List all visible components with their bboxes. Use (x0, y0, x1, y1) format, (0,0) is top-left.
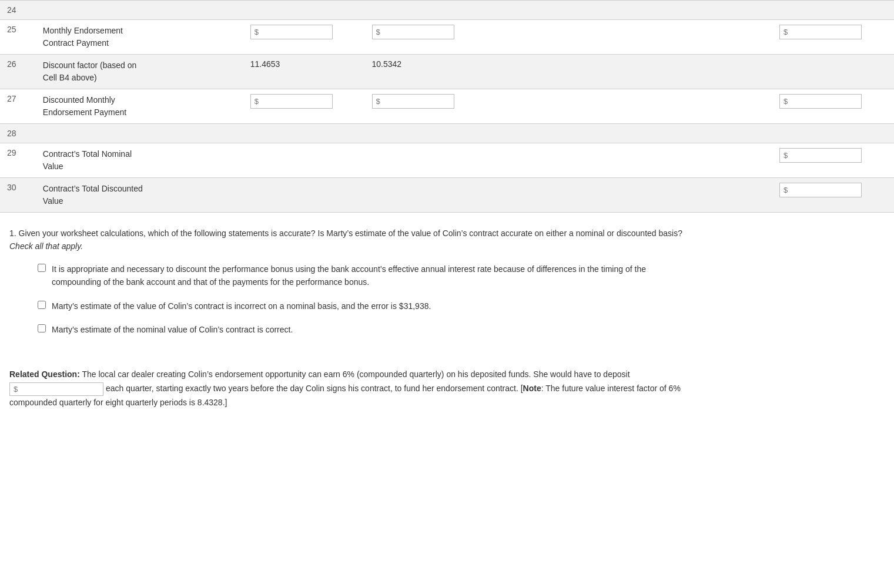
table-row: 24 (0, 1, 894, 20)
spacer-cell (486, 89, 772, 124)
row-label-line1: Contract’s Total Discounted (43, 184, 143, 193)
row-label: Discount factor (based on Cell B4 above) (36, 55, 243, 89)
row-col2-empty (365, 178, 487, 213)
table-row: 26 Discount factor (based on Cell B4 abo… (0, 55, 894, 89)
row-label-line2: Endorsement Payment (43, 107, 126, 117)
row-number: 28 (0, 124, 36, 143)
table-row: 25 Monthly Endorsement Contract Payment (0, 20, 894, 55)
row-label-line2: Value (43, 196, 63, 206)
row-number: 26 (0, 55, 36, 89)
row-col3-empty (772, 55, 894, 89)
row-30-col3-input[interactable] (779, 183, 862, 197)
worksheet-table: 24 25 Monthly Endorsement Contract Payme… (0, 0, 894, 213)
row-label-line2: Contract Payment (43, 38, 109, 48)
checkbox-opt1[interactable] (38, 264, 46, 272)
row-col1-value: 11.4653 (243, 55, 365, 89)
question-main-text: Given your worksheet calculations, which… (19, 229, 682, 238)
related-question-input[interactable] (9, 382, 103, 396)
row-col3[interactable] (772, 89, 894, 124)
row-col1[interactable] (243, 20, 365, 55)
row-col3[interactable] (772, 178, 894, 213)
question-number: 1 (9, 229, 14, 238)
checkbox-opt2[interactable] (38, 301, 46, 309)
spacer-cell (486, 143, 772, 178)
row-number: 27 (0, 89, 36, 124)
table-row: 29 Contract’s Total Nominal Value (0, 143, 894, 178)
row-col2[interactable] (365, 20, 487, 55)
row-27-col2-input[interactable] (372, 94, 454, 109)
related-question-section: Related Question: The local car dealer c… (0, 356, 705, 419)
related-question-label: Related Question: (9, 369, 80, 379)
row-25-col2-input[interactable] (372, 25, 454, 39)
row-col1-empty (243, 143, 365, 178)
row-col1-empty (243, 178, 365, 213)
checkbox-item: Marty’s estimate of the value of Colin’s… (38, 300, 696, 313)
checkbox-item: Marty’s estimate of the nominal value of… (38, 323, 696, 336)
row-27-col3-input[interactable] (779, 94, 862, 109)
related-question-text-after: each quarter, starting exactly two years… (106, 384, 518, 393)
row-label-line1: Discount factor (based on (43, 61, 137, 70)
row-25-col3-input[interactable] (779, 25, 862, 39)
checkbox-opt1-label: It is appropriate and necessary to disco… (52, 263, 696, 289)
row-label: Contract’s Total Discounted Value (36, 178, 243, 213)
row-label: Monthly Endorsement Contract Payment (36, 20, 243, 55)
checkbox-opt3[interactable] (38, 324, 46, 332)
row-col2-empty (365, 143, 487, 178)
question-text: 1. Given your worksheet calculations, wh… (9, 227, 696, 253)
row-col3[interactable] (772, 20, 894, 55)
row-label: Discounted Monthly Endorsement Payment (36, 89, 243, 124)
table-row: 30 Contract’s Total Discounted Value (0, 178, 894, 213)
checkbox-item: It is appropriate and necessary to disco… (38, 263, 696, 289)
spacer-cell (486, 20, 772, 55)
row-number: 24 (0, 1, 36, 20)
row-25-col1-input[interactable] (250, 25, 333, 39)
row-label-line1: Contract’s Total Nominal (43, 149, 132, 159)
row-col2[interactable] (365, 89, 487, 124)
spacer-cell (486, 178, 772, 213)
question-section: 1. Given your worksheet calculations, wh… (0, 213, 705, 356)
checkbox-opt2-label: Marty’s estimate of the value of Colin’s… (52, 300, 431, 313)
row-label-line2: Cell B4 above) (43, 73, 97, 82)
row-27-col1-input[interactable] (250, 94, 333, 109)
related-question-text-before: The local car dealer creating Colin’s en… (82, 369, 630, 379)
row-col3[interactable] (772, 143, 894, 178)
row-29-col3-input[interactable] (779, 148, 862, 163)
row-label-line1: Monthly Endorsement (43, 26, 123, 35)
row-label-line2: Value (43, 162, 63, 171)
row-number: 29 (0, 143, 36, 178)
row-label-line1: Discounted Monthly (43, 95, 115, 105)
spacer-cell (486, 55, 772, 89)
row-col1[interactable] (243, 89, 365, 124)
row-number: 30 (0, 178, 36, 213)
row-label: Contract’s Total Nominal Value (36, 143, 243, 178)
table-row: 27 Discounted Monthly Endorsement Paymen… (0, 89, 894, 124)
table-row: 28 (0, 124, 894, 143)
row-number: 25 (0, 20, 36, 55)
checkbox-group: It is appropriate and necessary to disco… (38, 263, 696, 337)
question-italic-text: Check all that apply. (9, 241, 83, 251)
checkbox-opt3-label: Marty’s estimate of the nominal value of… (52, 323, 293, 336)
row-col2-value: 10.5342 (365, 55, 487, 89)
